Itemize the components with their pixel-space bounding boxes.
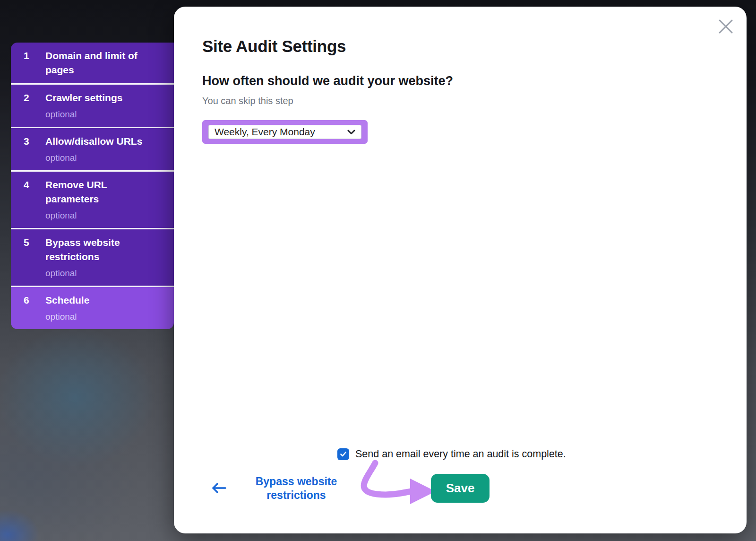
step-label: Bypass website restrictions: [45, 236, 155, 264]
step-optional-label: optional: [45, 108, 165, 121]
step-number: 2: [24, 91, 45, 105]
annotation-arrow: [345, 456, 444, 512]
dropdown-highlight-annotation: Weekly, Every Monday: [202, 120, 368, 144]
step-number: 4: [24, 178, 45, 192]
sidebar-step-5[interactable]: 5 Bypass website restrictions optional: [11, 229, 174, 287]
step-label: Allow/disallow URLs: [45, 134, 155, 148]
audit-frequency-value: Weekly, Every Monday: [215, 126, 344, 138]
site-audit-settings-modal: Site Audit Settings How often should we …: [174, 7, 747, 533]
step-optional-label: optional: [45, 311, 165, 323]
step-optional-label: optional: [45, 209, 165, 222]
modal-title: Site Audit Settings: [202, 37, 346, 56]
audit-frequency-select[interactable]: Weekly, Every Monday: [208, 125, 361, 139]
audit-frequency-question: How often should we audit your website?: [202, 74, 453, 88]
sidebar-step-6[interactable]: 6 Schedule optional: [11, 287, 174, 329]
email-checkbox[interactable]: [337, 448, 349, 460]
step-optional-label: optional: [45, 152, 165, 164]
step-number: 5: [24, 236, 45, 250]
step-label: Remove URL parameters: [45, 178, 155, 206]
check-icon: [340, 451, 347, 457]
step-label: Domain and limit of pages: [45, 49, 155, 77]
step-label: Crawler settings: [45, 91, 155, 105]
close-icon[interactable]: [717, 18, 734, 35]
screen: 1 Domain and limit of pages 2 Crawler se…: [0, 0, 756, 541]
email-checkbox-label: Send an email every time an audit is com…: [355, 448, 566, 460]
email-notification-row: Send an email every time an audit is com…: [337, 448, 566, 460]
step-label: Schedule: [45, 293, 155, 307]
sidebar-step-3[interactable]: 3 Allow/disallow URLs optional: [11, 128, 174, 172]
steps-sidebar: 1 Domain and limit of pages 2 Crawler se…: [11, 43, 174, 329]
save-button[interactable]: Save: [431, 474, 490, 503]
back-arrow-button[interactable]: [210, 481, 227, 495]
chevron-down-icon: [347, 130, 355, 135]
step-optional-label: optional: [45, 267, 165, 279]
step-number: 3: [24, 134, 45, 148]
skip-step-note: You can skip this step: [202, 96, 293, 106]
sidebar-step-2[interactable]: 2 Crawler settings optional: [11, 85, 174, 128]
step-number: 6: [24, 293, 45, 307]
step-number: 1: [24, 49, 45, 63]
bypass-website-restrictions-link[interactable]: Bypass website restrictions: [244, 475, 348, 502]
sidebar-step-1[interactable]: 1 Domain and limit of pages: [11, 43, 174, 85]
sidebar-step-4[interactable]: 4 Remove URL parameters optional: [11, 172, 174, 229]
